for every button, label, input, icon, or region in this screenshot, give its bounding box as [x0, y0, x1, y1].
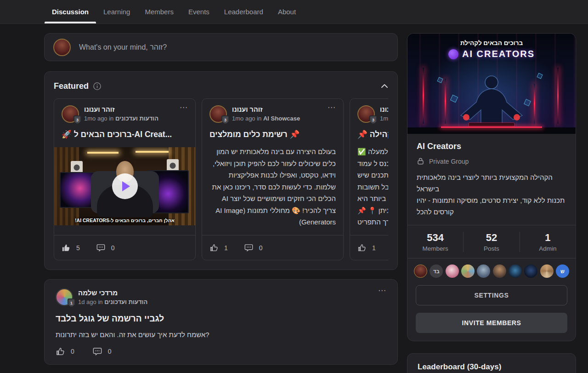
settings-button[interactable]: SETTINGS: [416, 285, 567, 305]
level-badge: 3: [74, 115, 81, 124]
group-banner: ברוכים הבאים לקהילת AI CREATORS: [407, 34, 576, 134]
comment-count: 0: [259, 244, 263, 252]
post-time: 1mo ago: [232, 115, 255, 122]
tab-leaderboard[interactable]: Leaderboard: [217, 0, 271, 23]
description-line: תכנות ללא קוד, יצירת סרטים, מוסיקה ותמונ…: [417, 195, 566, 218]
comment-count: 0: [108, 348, 112, 355]
video-thumbnail[interactable]: אהלן חברים, ברוכים הבאים ל-AI CREATORS!: [54, 147, 195, 225]
comment-button[interactable]: 0: [244, 243, 263, 252]
banner-desk: [407, 127, 576, 134]
banner-figure: [443, 73, 540, 127]
post-menu-icon[interactable]: ⋯: [378, 288, 386, 293]
featured-post-welcome[interactable]: 3 זוהר וענונו 1mo ago in הודעות ועדכונים…: [54, 98, 196, 260]
comment-count: 0: [111, 244, 115, 252]
post-body: ✅ למעלה ? היכנס ל עמוד התכנים שיש לקבל ת…: [357, 146, 388, 228]
stat-admin: 1 Admin: [520, 232, 576, 252]
member-avatar[interactable]: [461, 264, 475, 278]
member-avatar[interactable]: [524, 264, 537, 278]
group-stats: 534 Members 52 Posts 1 Admin: [407, 225, 576, 258]
space-name[interactable]: AI Showcase: [263, 115, 300, 122]
banner-art: [557, 68, 559, 124]
in-label: in: [109, 115, 113, 122]
tab-events[interactable]: Events: [181, 0, 217, 23]
space-name[interactable]: הודעות ועדכונים: [115, 115, 158, 122]
in-label: in: [257, 115, 261, 122]
banner-art: [437, 77, 443, 83]
featured-post-tools[interactable]: 3 זוהר וענונו 1mo ago in AI Showcase ⋯: [202, 98, 344, 260]
collapse-chevron-up-icon[interactable]: [381, 84, 388, 88]
tab-learning[interactable]: Learning: [96, 0, 137, 23]
posts-label: Posts: [464, 245, 519, 252]
top-nav: Discussion Learning Members Events Leade…: [0, 0, 588, 24]
like-count: 5: [76, 244, 80, 252]
tab-discussion[interactable]: Discussion: [45, 0, 96, 23]
space-name[interactable]: הודעות ועדכונים: [104, 298, 147, 305]
featured-post-community[interactable]: 3 זוהר וענונו 1mo ago in 📌 קהילה ✅ ל: [350, 98, 388, 260]
like-button[interactable]: 1: [357, 243, 376, 252]
author-avatar: 3: [209, 105, 227, 123]
post-title[interactable]: לגביי הרשמה של גוגל בלבד: [56, 314, 386, 324]
post-title[interactable]: רשימת כלים מומלצים 📌: [209, 130, 336, 139]
composer-placeholder[interactable]: What's on your mind, זוהר?: [79, 43, 167, 52]
main-feed-column: What's on your mind, זוהר? Featured 3: [44, 33, 398, 365]
author-name[interactable]: מרדכי שלמה: [78, 289, 147, 297]
author-name[interactable]: זוהר וענונו: [380, 106, 388, 113]
post-menu-icon[interactable]: ⋯: [180, 105, 188, 110]
post-title[interactable]: 📌 קהילה: [357, 130, 388, 139]
group-description: הקהילה המקצועית ביותר ליוצרי בינה מלאכות…: [417, 172, 566, 218]
post-body: אשמח לדעת איך עושים את זה. והאם יש בזה י…: [56, 331, 386, 339]
stat-posts: 52 Posts: [463, 232, 519, 252]
play-button-icon[interactable]: [112, 173, 138, 199]
post-time: 1mo ago: [84, 115, 107, 122]
author-avatar: 3: [357, 105, 375, 123]
member-avatar-initials[interactable]: ש: [556, 264, 569, 278]
post-time: 1mo ago: [380, 115, 388, 122]
tab-members[interactable]: Members: [137, 0, 181, 23]
leaderboard-card: Leaderboard (30-days): [407, 353, 576, 373]
post-title[interactable]: 🚀 ברוכים הבאים ל-AI Creat...: [62, 130, 188, 139]
member-avatar[interactable]: [509, 264, 522, 278]
like-count: 1: [224, 244, 228, 252]
leaderboard-title: Leaderboard (30-days): [418, 362, 565, 372]
member-avatar[interactable]: [446, 264, 459, 278]
like-button[interactable]: 5: [62, 243, 80, 252]
stat-members: 534 Members: [407, 232, 463, 252]
feed-post[interactable]: 1 מרדכי שלמה 1d ago in הודעות ועדכונים ⋯…: [44, 279, 398, 365]
admin-count: 1: [520, 232, 576, 244]
author-name[interactable]: זוהר וענונו: [232, 106, 300, 113]
featured-section: Featured 3 זוהר וענונו: [44, 71, 398, 270]
group-sidebar: ברוכים הבאים לקהילת AI CREATORS AI Creat…: [407, 33, 576, 373]
group-info-card: ברוכים הבאים לקהילת AI CREATORS AI Creat…: [407, 33, 576, 341]
posts-count: 52: [464, 232, 519, 244]
member-avatar[interactable]: [477, 264, 490, 278]
comment-button[interactable]: 0: [96, 243, 115, 252]
member-avatar[interactable]: [414, 264, 427, 278]
like-count: 0: [71, 348, 74, 355]
member-avatar[interactable]: [493, 264, 506, 278]
member-avatar[interactable]: [540, 264, 554, 278]
author-avatar: 1: [56, 288, 73, 306]
member-avatar-initials[interactable]: בד: [430, 264, 443, 278]
admin-label: Admin: [520, 245, 576, 252]
level-badge: 3: [221, 115, 229, 124]
info-icon[interactable]: [93, 82, 101, 90]
current-user-avatar[interactable]: [53, 39, 71, 56]
post-menu-icon[interactable]: ⋯: [328, 105, 336, 110]
like-button[interactable]: 1: [209, 243, 228, 252]
post-composer[interactable]: What's on your mind, זוהר?: [44, 33, 398, 61]
members-count: 534: [407, 232, 463, 244]
author-name[interactable]: זוהר וענונו: [84, 106, 158, 113]
like-button[interactable]: 0: [56, 347, 74, 356]
tab-about[interactable]: About: [271, 0, 303, 23]
post-meta: 1mo ago in: [380, 115, 388, 122]
studio-light: [136, 151, 169, 153]
member-avatars-row: בד ש: [407, 258, 576, 284]
post-meta: 1mo ago in הודעות ועדכונים: [84, 115, 158, 122]
invite-members-button[interactable]: INVITE MEMBERS: [416, 313, 567, 333]
featured-carousel: 3 זוהר וענונו 1mo ago in הודעות ועדכונים…: [54, 98, 388, 260]
comment-button[interactable]: 0: [93, 347, 112, 356]
like-count: 1: [372, 244, 376, 252]
lock-icon: [417, 157, 424, 165]
in-label: in: [98, 298, 102, 305]
banner-brand-text: AI CREATORS: [462, 49, 535, 59]
